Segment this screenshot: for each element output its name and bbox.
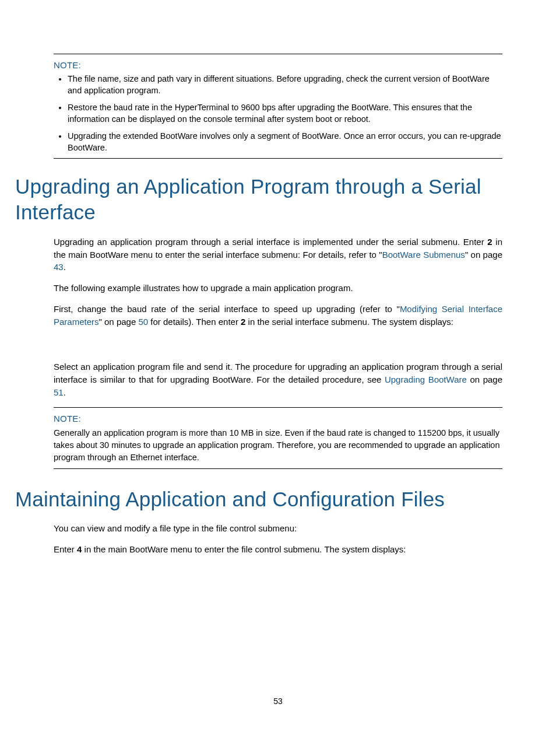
- note-item: Restore the baud rate in the HyperTermin…: [68, 102, 502, 125]
- note-text: Generally an application program is more…: [54, 427, 502, 464]
- text: .: [64, 262, 66, 272]
- note-label: NOTE:: [54, 414, 502, 424]
- link-page-51[interactable]: 51: [54, 387, 64, 397]
- note-item: The file name, size and path vary in dif…: [68, 74, 502, 96]
- text: in the serial interface submenu. The sys…: [245, 317, 453, 327]
- paragraph: You can view and modify a file type in t…: [54, 522, 502, 535]
- link-page-50[interactable]: 50: [138, 317, 148, 327]
- bold-text: 2: [487, 237, 492, 247]
- link-bootware-submenus[interactable]: BootWare Submenus: [382, 250, 465, 260]
- text: in the main BootWare menu to enter the f…: [82, 544, 406, 554]
- paragraph: Enter 4 in the main BootWare menu to ent…: [54, 543, 502, 556]
- note-box-2: NOTE: Generally an application program i…: [54, 407, 502, 469]
- text: on page: [467, 374, 502, 384]
- note-label: NOTE:: [54, 60, 502, 70]
- note-item: Upgrading the extended BootWare involves…: [68, 131, 502, 153]
- text: " on page: [465, 250, 502, 260]
- text: .: [64, 387, 66, 397]
- text: Upgrading an application program through…: [54, 237, 487, 247]
- text: First, change the baud rate of the seria…: [54, 304, 400, 314]
- paragraph: Select an application program file and s…: [54, 360, 502, 398]
- text: Enter: [54, 544, 77, 554]
- page: NOTE: The file name, size and path vary …: [0, 0, 556, 756]
- link-upgrading-bootware[interactable]: Upgrading BootWare: [385, 374, 467, 384]
- page-number: 53: [0, 696, 556, 706]
- note-box-1: NOTE: The file name, size and path vary …: [54, 54, 502, 159]
- text: " on page: [99, 317, 139, 327]
- paragraph: The following example illustrates how to…: [54, 282, 502, 295]
- paragraph: Upgrading an application program through…: [54, 236, 502, 274]
- spacer: [54, 336, 502, 360]
- text: for details). Then enter: [148, 317, 241, 327]
- heading-upgrading-serial: Upgrading an Application Program through…: [15, 174, 502, 225]
- heading-maintaining-files: Maintaining Application and Configuratio…: [15, 487, 502, 512]
- paragraph: First, change the baud rate of the seria…: [54, 303, 502, 328]
- link-page-43[interactable]: 43: [54, 262, 64, 272]
- note-list: The file name, size and path vary in dif…: [54, 74, 502, 153]
